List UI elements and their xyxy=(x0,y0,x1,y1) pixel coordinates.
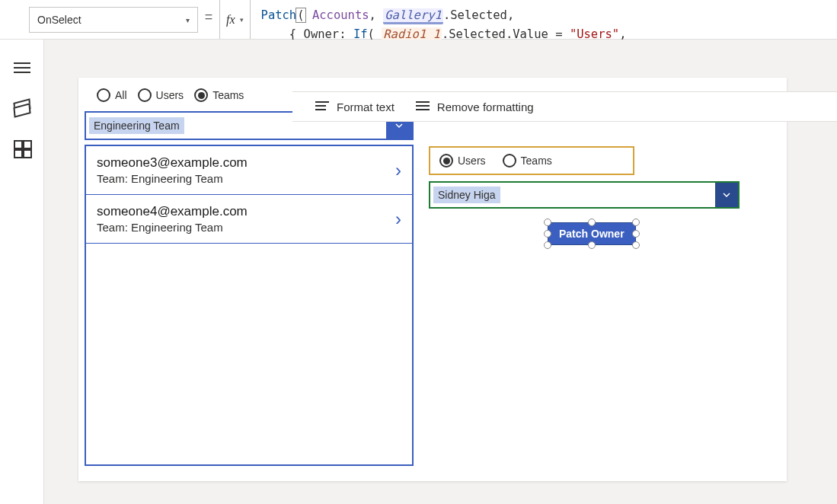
radio-users-right[interactable]: Users xyxy=(439,154,486,167)
format-icon xyxy=(315,101,329,112)
combobox-chip: Engineering Team xyxy=(89,117,184,134)
radio-teams-left[interactable]: Teams xyxy=(194,88,244,102)
selected-control[interactable]: Patch Owner xyxy=(548,222,636,245)
gallery[interactable]: someone3@example.com Team: Engineering T… xyxy=(85,145,414,466)
resize-handle[interactable] xyxy=(544,219,551,226)
equals-label: = xyxy=(198,0,219,25)
chevron-down-icon: ▾ xyxy=(240,16,244,24)
resize-handle[interactable] xyxy=(588,219,596,226)
resize-handle[interactable] xyxy=(544,230,551,238)
radio-owner-type[interactable]: Users Teams xyxy=(429,146,634,175)
resize-handle[interactable] xyxy=(632,230,640,238)
resize-handle[interactable] xyxy=(588,241,596,249)
remove-formatting-button[interactable]: Remove formatting xyxy=(416,100,534,113)
remove-format-icon xyxy=(416,101,430,112)
resize-handle[interactable] xyxy=(632,219,640,226)
remove-label: Remove formatting xyxy=(437,100,534,113)
property-value: OnSelect xyxy=(37,14,81,26)
chevron-right-icon[interactable]: › xyxy=(395,209,401,230)
chevron-down-icon[interactable] xyxy=(715,183,738,207)
app-canvas[interactable]: All Users Teams Engineering Team xyxy=(78,78,787,481)
format-label: Format text xyxy=(337,100,395,113)
item-team: Team: Engineering Team xyxy=(97,221,395,234)
hamburger-icon[interactable] xyxy=(14,61,30,75)
combobox-chip: Sidney Higa xyxy=(433,187,500,203)
item-email: someone3@example.com xyxy=(97,155,395,171)
radio-all[interactable]: All xyxy=(97,88,127,102)
radio-users-left[interactable]: Users xyxy=(138,88,184,102)
combobox-owner[interactable]: Sidney Higa xyxy=(429,181,740,209)
format-text-button[interactable]: Format text xyxy=(315,100,395,113)
insert-icon[interactable] xyxy=(14,140,30,154)
item-team: Team: Engineering Team xyxy=(97,172,395,185)
resize-handle[interactable] xyxy=(544,241,551,249)
gallery-item[interactable]: someone3@example.com Team: Engineering T… xyxy=(86,146,412,195)
fx-label: fx xyxy=(226,13,235,27)
radio-teams-right[interactable]: Teams xyxy=(503,154,552,167)
resize-handle[interactable] xyxy=(632,241,640,249)
property-dropdown[interactable]: OnSelect ▾ xyxy=(29,7,198,33)
fx-button[interactable]: fx ▾ xyxy=(219,0,251,39)
tree-view-icon[interactable] xyxy=(14,100,30,114)
chevron-right-icon[interactable]: › xyxy=(395,160,401,181)
gallery-item[interactable]: someone4@example.com Team: Engineering T… xyxy=(86,195,412,244)
chevron-down-icon: ▾ xyxy=(186,16,190,24)
item-email: someone4@example.com xyxy=(97,204,395,219)
